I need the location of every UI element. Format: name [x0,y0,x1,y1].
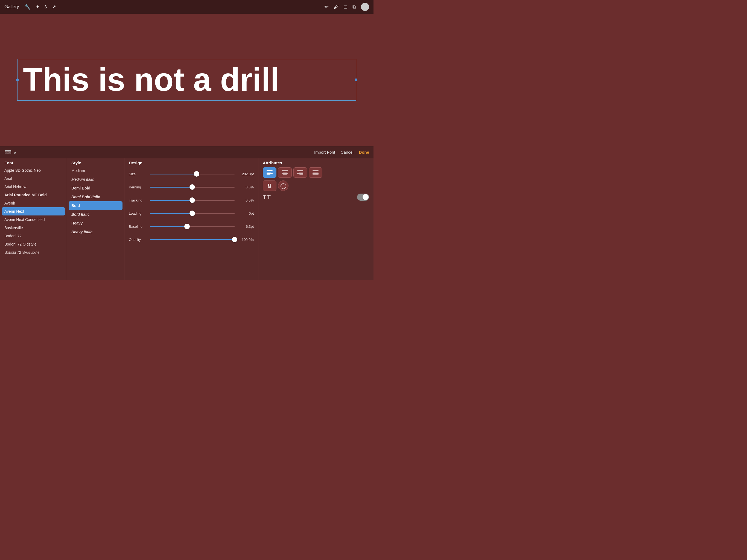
opacity-value: 100.0% [238,238,254,242]
font-section: Font Apple SD Gothic Neo Arial Arial Heb… [0,158,67,280]
list-item[interactable]: Medium [67,166,124,175]
align-center-button[interactable] [278,167,292,178]
size-slider[interactable] [150,174,235,175]
chevron-up-icon[interactable]: ∧ [14,150,17,154]
list-item[interactable]: Demi Bold [67,184,124,193]
size-row: Size 282.8pt [129,167,254,180]
style-list[interactable]: Medium Medium Italic Demi Bold Demi Bold… [67,166,124,280]
gallery-button[interactable]: Gallery [4,4,19,9]
text-box-handle-left[interactable] [16,78,19,81]
list-item[interactable]: Apple SD Gothic Neo [0,166,67,175]
tt-label: TT [263,194,271,201]
text-style-row: U ◯ [263,180,369,191]
tracking-row: Tracking 0.0% [129,194,254,207]
list-item[interactable]: Arial [0,175,67,183]
list-item-selected[interactable]: Bold [69,201,123,210]
list-item[interactable]: Avenir Next Condensed [0,215,67,224]
avatar[interactable] [361,3,369,11]
layers-icon[interactable]: ⧉ [353,4,356,10]
list-item[interactable]: Bold Italic [67,210,124,219]
done-button[interactable]: Done [359,150,369,154]
underline-button[interactable]: U [263,180,277,191]
svg-rect-12 [312,170,318,171]
attributes-controls: U ◯ TT [258,166,374,204]
svg-rect-9 [299,172,303,173]
baseline-label: Baseline [129,225,147,229]
list-item[interactable]: Baskerville [0,224,67,232]
list-item[interactable]: Bodoni 72 Oldstyle [0,240,67,248]
text-box-container[interactable]: This is not a drill [17,59,356,101]
list-item-selected[interactable]: Avenir Next [2,207,65,215]
leading-label: Leading [129,211,147,215]
cancel-button[interactable]: Cancel [341,150,354,154]
wrench-icon[interactable]: 🔧 [25,4,31,10]
kerning-slider[interactable] [150,187,235,187]
baseline-slider[interactable] [150,226,235,227]
text-box-handle-right[interactable] [355,78,357,81]
baseline-value: 6.3pt [238,225,254,229]
svg-rect-10 [297,173,303,174]
svg-rect-13 [312,172,318,173]
font-list[interactable]: Apple SD Gothic Neo Arial Arial Hebrew A… [0,166,67,280]
kerning-value: 0.0% [238,185,254,189]
style-section: Style Medium Medium Italic Demi Bold Dem… [67,158,124,280]
align-right-button[interactable] [293,167,307,178]
list-item[interactable]: Bodoni 72 [0,232,67,240]
design-section-header: Design [124,158,258,166]
attributes-section: Attributes [258,158,374,280]
alignment-row [263,167,369,178]
opacity-row: Opacity 100.0% [129,233,254,246]
size-value: 282.8pt [238,172,254,176]
kerning-label: Kerning [129,185,147,189]
list-item[interactable]: Arial Hebrew [0,183,67,191]
design-controls: Size 282.8pt Kerning 0.0% [124,166,258,280]
style-section-header: Style [67,158,124,166]
magic-wand-icon[interactable]: ✦ [35,4,40,10]
tracking-slider[interactable] [150,200,235,201]
list-item[interactable]: Bodoni 72 Smallcaps [0,248,67,256]
size-label: Size [129,172,147,176]
toolbar-right-icons: ✏ 🖌 ◻ ⧉ [325,3,369,11]
toggle-thumb [363,194,368,200]
design-section: Design Size 282.8pt Kerning [124,158,258,280]
eraser-icon[interactable]: ◻ [343,4,347,10]
tracking-label: Tracking [129,198,147,202]
brush-icon[interactable]: 🖌 [334,4,338,10]
leading-slider[interactable] [150,213,235,214]
svg-rect-14 [312,173,318,174]
list-item[interactable]: Demi Bold Italic [67,193,124,201]
list-item[interactable]: Medium Italic [67,175,124,184]
outline-button[interactable]: ◯ [278,180,288,191]
opacity-slider[interactable] [150,239,235,240]
svg-rect-5 [283,172,287,173]
transform-icon[interactable]: 𝑆 [45,4,47,10]
toolbar-left-icons: 🔧 ✦ 𝑆 ↗ [25,4,56,10]
tracking-value: 0.0% [238,198,254,202]
font-panels: Font Apple SD Gothic Neo Arial Arial Heb… [0,158,374,280]
list-item[interactable]: Avenir [0,199,67,207]
opacity-label: Opacity [129,238,147,242]
svg-rect-6 [282,173,288,174]
main-text: This is not a drill [23,62,351,98]
kerning-row: Kerning 0.0% [129,180,254,194]
align-left-button[interactable] [263,167,277,178]
attributes-section-header: Attributes [258,158,374,166]
tt-toggle[interactable] [357,194,369,201]
list-item[interactable]: Heavy [67,219,124,228]
pen-tool-icon[interactable]: ✏ [325,4,329,10]
keyboard-icon[interactable]: ⌨ [4,149,11,155]
align-justify-button[interactable] [309,167,323,178]
keyboard-toolbar: ⌨ ∧ Import Font Cancel Done [0,146,374,158]
font-section-header: Font [0,158,67,166]
import-font-button[interactable]: Import Font [314,150,335,154]
leading-value: 0pt [238,211,254,215]
list-item[interactable]: Arial Rounded MT Bold [0,191,67,199]
canvas-area: This is not a drill [0,14,374,146]
tt-toggle-row: TT [263,194,369,201]
top-toolbar: Gallery 🔧 ✦ 𝑆 ↗ ✏ 🖌 ◻ ⧉ [0,0,374,14]
keyboard-right: Import Font Cancel Done [314,150,369,154]
share-icon[interactable]: ↗ [52,4,56,10]
svg-rect-2 [266,173,273,174]
list-item[interactable]: Heavy Italic [67,228,124,236]
svg-rect-0 [266,170,273,171]
